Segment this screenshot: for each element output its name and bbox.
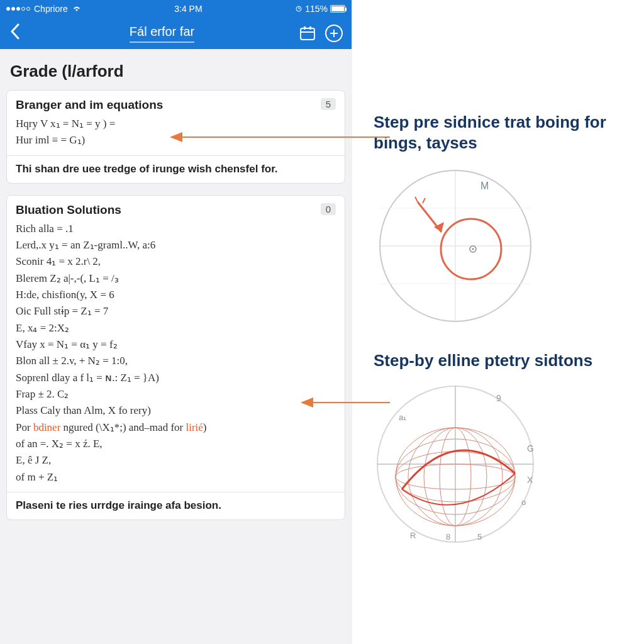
carrier-label: Chpriore [34, 4, 68, 14]
svg-text:8: 8 [446, 532, 450, 541]
solution-line: Oic Full stɨp = Z₁ = 7 [16, 303, 336, 319]
svg-rect-1 [301, 28, 314, 40]
solution-line: of an =. X₂ = x ź. E, [16, 436, 336, 452]
svg-rect-4 [309, 26, 311, 30]
plus-circle-icon [325, 25, 343, 42]
card-badge: 5 [321, 98, 336, 110]
solution-line: Vfay x = N₁ = α₁ y = f₂ [16, 336, 336, 353]
svg-text:9: 9 [496, 393, 501, 403]
solution-line: E, x₄ = 2:X₂ [16, 320, 336, 336]
svg-text:G: G [527, 443, 534, 453]
card-equations[interactable]: Branger and im equations 5 Hqry V x₁ = N… [6, 90, 345, 184]
card-footer: Thi shan dre uee tredge of irunge wish c… [7, 155, 345, 183]
calendar-icon [299, 26, 316, 41]
solution-line: Sconir 4₁ = x 2.r\ 2, [16, 253, 336, 270]
battery-icon [330, 5, 345, 13]
status-right: 115% [295, 4, 345, 14]
alarm-icon [295, 4, 303, 14]
solution-line: of m + Z₁ [16, 469, 336, 486]
solution-line: H:de, chisfion(y, X = 6 [16, 287, 336, 303]
solution-line: Blerem Z₂ a|-,-(, L₁ = /₃ [16, 270, 336, 287]
svg-point-12 [472, 248, 474, 250]
card-title: Bluation Solutions [16, 203, 321, 217]
solution-line: Soprenl dlay a f l₁ = ɴ.: Z₁ = }A) [16, 370, 336, 386]
add-button[interactable] [325, 25, 343, 42]
status-time: 3:4 PM [82, 4, 295, 14]
wifi-icon [72, 4, 82, 14]
equation-line: Hqry V x₁ = N₁ = y ) = [16, 116, 336, 132]
chevron-left-icon [10, 23, 20, 40]
axis-label-m: M [480, 180, 489, 191]
svg-text:a₁: a₁ [399, 413, 406, 422]
solution-line: Frap ± 2. C₂ [16, 386, 336, 402]
svg-line-16 [423, 198, 425, 203]
card-title: Branger and im equations [16, 98, 321, 112]
page-content: Grade (l/arford Branger and im equations… [0, 49, 352, 644]
nav-title: Fál erfor far [130, 25, 194, 43]
signal-dots-icon [6, 7, 30, 11]
equation-line: Hur iml ≡ = G₁) [16, 132, 336, 148]
svg-rect-3 [304, 26, 306, 30]
svg-point-10 [441, 219, 501, 279]
card-body: Rich alla = .1Lerd,.x y₁ = an Z₁-graml..… [7, 219, 345, 492]
nav-bar: Fál erfor far [0, 18, 352, 49]
status-left: Chpriore [6, 4, 82, 14]
solution-line: Rich alla = .1 [16, 221, 336, 237]
callout-title-2: Step-by elline ptetry sidtons [374, 350, 636, 371]
diagram-circle: M [374, 164, 537, 328]
svg-text:X: X [527, 475, 533, 485]
svg-text:5: 5 [477, 532, 482, 541]
solution-line: Blon all ± 2.v, + N₂ = 1:0, [16, 353, 336, 369]
battery-pct: 115% [305, 4, 328, 14]
svg-text:R: R [410, 531, 416, 540]
solution-line: E, ê J Z, [16, 452, 336, 469]
status-bar: Chpriore 3:4 PM 115% [0, 0, 352, 18]
card-badge: 0 [321, 203, 336, 215]
callouts-column: Step pre sidnice trat boing for bings, t… [352, 0, 644, 644]
calendar-button[interactable] [299, 25, 316, 42]
card-footer: Plaseni te ries urrdge irainge afa besio… [7, 492, 345, 519]
solution-line: Plass Caly than Alm, X fo rery) [16, 402, 336, 419]
card-body: Hqry V x₁ = N₁ = y ) = Hur iml ≡ = G₁) [7, 114, 345, 155]
diagram-sphere: 9 G X o 5 8 R a₁ [374, 382, 537, 546]
phone-mockup: Chpriore 3:4 PM 115% Fál erfor far [0, 0, 352, 644]
svg-line-15 [415, 197, 418, 202]
solution-line: Lerd,.x y₁ = an Z₁-graml..W, a:6 [16, 237, 336, 253]
card-solutions[interactable]: Bluation Solutions 0 Rich alla = .1Lerd,… [6, 195, 345, 520]
svg-text:o: o [521, 497, 526, 507]
page-title: Grade (l/arford [6, 58, 345, 90]
back-button[interactable] [5, 23, 25, 44]
solution-line: Por bdiner ngured (\X₁*;) and–mad for li… [16, 419, 336, 436]
callout-title-1: Step pre sidnice trat boing for bings, t… [374, 112, 636, 153]
